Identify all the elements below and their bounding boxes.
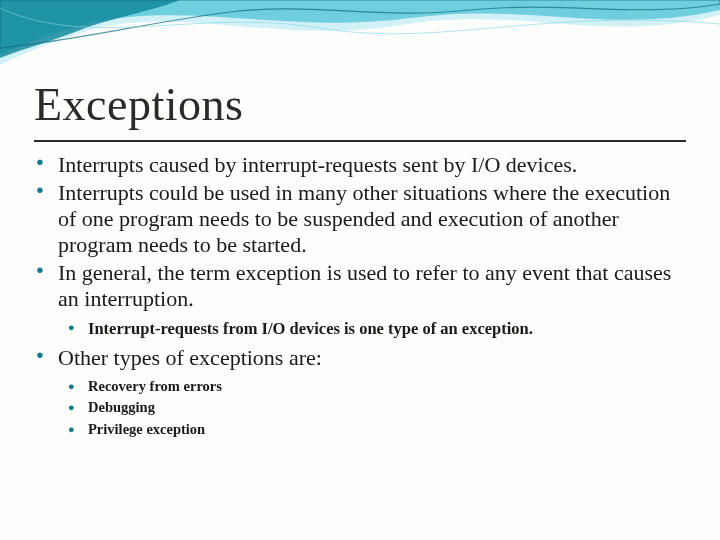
bullet-item: Interrupts could be used in many other s… [34,180,686,258]
slide-title: Exceptions [34,78,243,131]
bullet-list: Interrupts caused by interrupt-requests … [34,152,686,439]
sub-bullet-item: Recovery from errors [66,377,686,397]
title-underline [34,140,686,142]
sub-bullet-list: Recovery from errors Debugging Privilege… [66,377,686,440]
bullet-item: In general, the term exception is used t… [34,260,686,339]
bullet-item: Interrupts caused by interrupt-requests … [34,152,686,178]
sub-bullet-item: Interrupt-requests from I/O devices is o… [66,318,686,339]
slide: Exceptions Interrupts caused by interrup… [0,0,720,540]
sub-bullet-list: Interrupt-requests from I/O devices is o… [66,318,686,339]
slide-content: Interrupts caused by interrupt-requests … [34,152,686,445]
bullet-item: Other types of exceptions are: Recovery … [34,345,686,440]
bullet-text: In general, the term exception is used t… [58,260,671,311]
sub-bullet-item: Privilege exception [66,420,686,440]
bullet-text: Other types of exceptions are: [58,345,322,370]
sub-bullet-item: Debugging [66,398,686,418]
